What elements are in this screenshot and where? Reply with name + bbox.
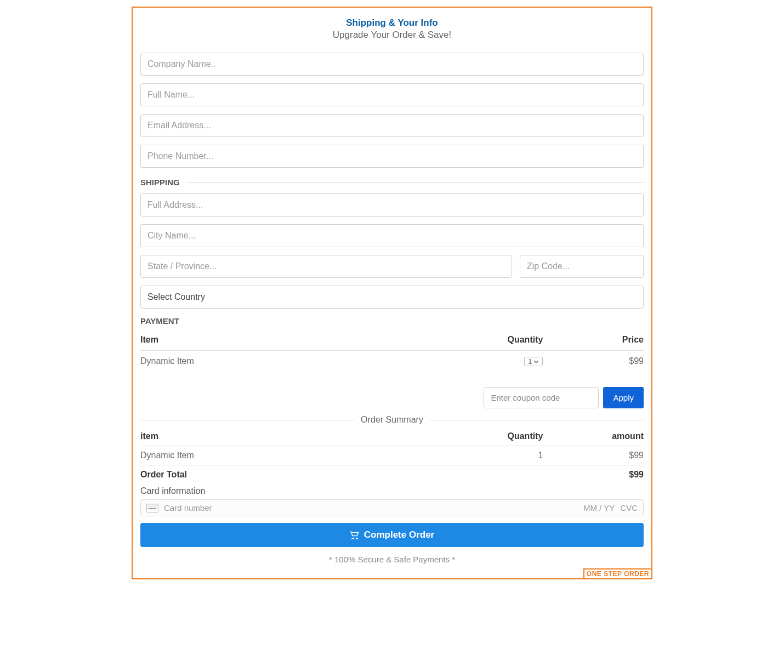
col-item-header: Item (140, 329, 442, 351)
summary-total-row: Order Total $99 (140, 465, 644, 485)
card-right-placeholders: MM / YY CVC (583, 503, 638, 512)
card-number-placeholder: Card number (164, 503, 578, 512)
form-header: Shipping & Your Info Upgrade Your Order … (140, 18, 644, 41)
table-row: Dynamic Item 1 $99 (140, 351, 644, 372)
summary-item-amount: $99 (543, 446, 644, 465)
country-placeholder: Select Country (147, 292, 205, 301)
city-input[interactable] (140, 224, 644, 247)
chevron-down-icon (533, 359, 539, 365)
country-select[interactable]: Select Country (140, 286, 644, 309)
one-step-order-badge: ONE STEP ORDER (583, 568, 652, 579)
summary-col-quantity: Quantity (442, 427, 543, 446)
order-total-amount: $99 (543, 465, 644, 485)
item-name: Dynamic Item (140, 351, 442, 372)
payment-label: PAYMENT (140, 316, 179, 326)
state-input[interactable] (140, 255, 512, 278)
complete-order-label: Complete Order (364, 529, 434, 540)
checkout-form: Shipping & Your Info Upgrade Your Order … (132, 7, 652, 579)
shipping-label: SHIPPING (140, 178, 180, 187)
card-cvc-placeholder: CVC (620, 503, 638, 512)
svg-point-1 (356, 538, 357, 539)
phone-input[interactable] (140, 145, 644, 168)
divider-line (429, 420, 644, 420)
svg-point-0 (353, 538, 354, 539)
zip-input[interactable] (520, 255, 644, 278)
order-total-label: Order Total (140, 465, 442, 485)
coupon-row: Apply (140, 387, 644, 408)
coupon-input[interactable] (484, 387, 599, 408)
secure-payments-text: * 100% Secure & Safe Payments * (140, 555, 644, 564)
summary-row: Dynamic Item 1 $99 (140, 446, 644, 465)
header-title: Shipping & Your Info (140, 18, 644, 29)
company-name-input[interactable] (140, 53, 644, 76)
divider-line (140, 420, 355, 420)
shipping-section-header: SHIPPING (140, 178, 644, 187)
summary-col-item: item (140, 427, 442, 446)
email-input[interactable] (140, 114, 644, 137)
summary-title: Order Summary (361, 415, 423, 425)
col-price-header: Price (543, 329, 644, 351)
order-summary-table: item Quantity amount Dynamic Item 1 $99 … (140, 427, 644, 484)
complete-order-button[interactable]: Complete Order (140, 523, 644, 547)
full-name-input[interactable] (140, 83, 644, 106)
credit-card-icon (146, 504, 158, 512)
summary-item-name: Dynamic Item (140, 446, 442, 465)
header-subtitle: Upgrade Your Order & Save! (140, 30, 644, 41)
summary-col-amount: amount (543, 427, 644, 446)
card-info-label: Card information (140, 486, 644, 496)
quantity-value: 1 (528, 357, 532, 366)
item-price: $99 (543, 351, 644, 372)
quantity-select[interactable]: 1 (524, 357, 543, 366)
apply-coupon-button[interactable]: Apply (603, 387, 644, 408)
summary-divider: Order Summary (140, 415, 644, 425)
payment-section-header: PAYMENT (140, 316, 644, 326)
col-quantity-header: Quantity (442, 329, 543, 351)
card-exp-placeholder: MM / YY (583, 503, 615, 512)
summary-header-row: item Quantity amount (140, 427, 644, 446)
divider-line (186, 182, 644, 183)
card-input[interactable]: Card number MM / YY CVC (140, 499, 644, 516)
payment-items-table: Item Quantity Price Dynamic Item 1 $99 (140, 329, 644, 372)
address-input[interactable] (140, 193, 644, 217)
table-header-row: Item Quantity Price (140, 329, 644, 351)
summary-item-qty: 1 (442, 446, 543, 465)
cart-icon (350, 531, 360, 539)
